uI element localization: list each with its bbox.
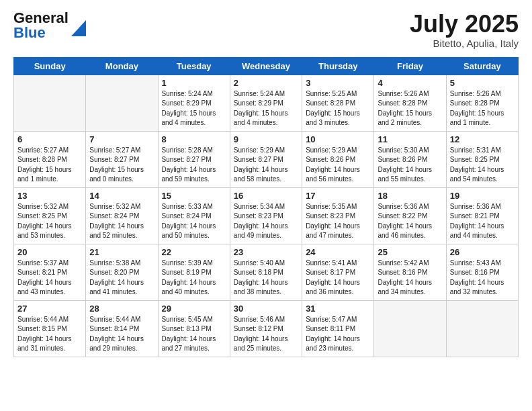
calendar-cell: 6Sunrise: 5:27 AM Sunset: 8:28 PM Daylig…	[14, 131, 86, 187]
day-number: 26	[450, 247, 515, 257]
weekday-header-monday: Monday	[86, 57, 158, 75]
week-row-2: 6Sunrise: 5:27 AM Sunset: 8:28 PM Daylig…	[14, 131, 519, 187]
day-info: Sunrise: 5:46 AM Sunset: 8:12 PM Dayligh…	[234, 315, 298, 354]
calendar-cell: 10Sunrise: 5:29 AM Sunset: 8:26 PM Dayli…	[302, 131, 374, 187]
day-number: 12	[450, 134, 515, 144]
day-info: Sunrise: 5:29 AM Sunset: 8:26 PM Dayligh…	[306, 146, 370, 185]
day-number: 22	[162, 247, 226, 257]
weekday-header-friday: Friday	[374, 57, 446, 75]
day-info: Sunrise: 5:36 AM Sunset: 8:21 PM Dayligh…	[450, 202, 515, 241]
day-number: 21	[89, 247, 154, 257]
calendar-cell: 7Sunrise: 5:27 AM Sunset: 8:27 PM Daylig…	[86, 131, 158, 187]
day-number: 31	[306, 304, 370, 314]
day-info: Sunrise: 5:39 AM Sunset: 8:19 PM Dayligh…	[162, 259, 226, 298]
day-number: 4	[378, 78, 442, 88]
location: Bitetto, Apulia, Italy	[410, 38, 519, 49]
logo-icon	[71, 15, 86, 36]
day-number: 24	[306, 247, 370, 257]
calendar-cell	[14, 75, 86, 131]
day-number: 3	[306, 78, 370, 88]
day-info: Sunrise: 5:24 AM Sunset: 8:29 PM Dayligh…	[162, 89, 226, 128]
day-info: Sunrise: 5:33 AM Sunset: 8:24 PM Dayligh…	[162, 202, 226, 241]
calendar-cell: 26Sunrise: 5:43 AM Sunset: 8:16 PM Dayli…	[446, 244, 518, 300]
day-info: Sunrise: 5:25 AM Sunset: 8:28 PM Dayligh…	[306, 89, 370, 128]
calendar-cell: 16Sunrise: 5:34 AM Sunset: 8:23 PM Dayli…	[230, 187, 302, 244]
calendar-cell: 9Sunrise: 5:29 AM Sunset: 8:27 PM Daylig…	[230, 131, 302, 187]
day-number: 18	[378, 191, 442, 201]
day-number: 1	[162, 78, 226, 88]
calendar-cell: 19Sunrise: 5:36 AM Sunset: 8:21 PM Dayli…	[446, 187, 518, 244]
weekday-header-wednesday: Wednesday	[230, 57, 302, 75]
week-row-3: 13Sunrise: 5:32 AM Sunset: 8:25 PM Dayli…	[14, 187, 519, 244]
day-info: Sunrise: 5:37 AM Sunset: 8:21 PM Dayligh…	[17, 259, 82, 298]
day-number: 15	[162, 191, 226, 201]
calendar-cell: 20Sunrise: 5:37 AM Sunset: 8:21 PM Dayli…	[14, 244, 86, 300]
calendar-cell: 13Sunrise: 5:32 AM Sunset: 8:25 PM Dayli…	[14, 187, 86, 244]
calendar-cell: 4Sunrise: 5:26 AM Sunset: 8:28 PM Daylig…	[374, 75, 446, 131]
calendar-cell: 27Sunrise: 5:44 AM Sunset: 8:15 PM Dayli…	[14, 300, 86, 357]
day-info: Sunrise: 5:36 AM Sunset: 8:22 PM Dayligh…	[378, 202, 442, 241]
day-number: 14	[89, 191, 154, 201]
calendar-cell: 30Sunrise: 5:46 AM Sunset: 8:12 PM Dayli…	[230, 300, 302, 357]
day-info: Sunrise: 5:45 AM Sunset: 8:13 PM Dayligh…	[162, 315, 226, 354]
calendar-cell: 21Sunrise: 5:38 AM Sunset: 8:20 PM Dayli…	[86, 244, 158, 300]
day-info: Sunrise: 5:31 AM Sunset: 8:25 PM Dayligh…	[450, 146, 515, 185]
day-number: 2	[234, 78, 298, 88]
calendar-cell: 8Sunrise: 5:28 AM Sunset: 8:27 PM Daylig…	[158, 131, 230, 187]
calendar-cell: 25Sunrise: 5:42 AM Sunset: 8:16 PM Dayli…	[374, 244, 446, 300]
day-info: Sunrise: 5:41 AM Sunset: 8:17 PM Dayligh…	[306, 259, 370, 298]
day-info: Sunrise: 5:26 AM Sunset: 8:28 PM Dayligh…	[378, 89, 442, 128]
day-info: Sunrise: 5:40 AM Sunset: 8:18 PM Dayligh…	[234, 259, 298, 298]
week-row-1: 1Sunrise: 5:24 AM Sunset: 8:29 PM Daylig…	[14, 75, 519, 131]
day-number: 20	[17, 247, 82, 257]
week-row-4: 20Sunrise: 5:37 AM Sunset: 8:21 PM Dayli…	[14, 244, 519, 300]
day-number: 10	[306, 134, 370, 144]
calendar-cell: 28Sunrise: 5:44 AM Sunset: 8:14 PM Dayli…	[86, 300, 158, 357]
weekday-header-saturday: Saturday	[446, 57, 518, 75]
svg-marker-0	[71, 20, 86, 36]
day-info: Sunrise: 5:27 AM Sunset: 8:27 PM Dayligh…	[89, 146, 154, 185]
day-number: 13	[17, 191, 82, 201]
day-info: Sunrise: 5:27 AM Sunset: 8:28 PM Dayligh…	[17, 146, 82, 185]
weekday-header-row: SundayMondayTuesdayWednesdayThursdayFrid…	[14, 57, 519, 75]
day-info: Sunrise: 5:32 AM Sunset: 8:24 PM Dayligh…	[89, 202, 154, 241]
week-row-5: 27Sunrise: 5:44 AM Sunset: 8:15 PM Dayli…	[14, 300, 519, 357]
calendar-cell: 22Sunrise: 5:39 AM Sunset: 8:19 PM Dayli…	[158, 244, 230, 300]
logo: General Blue	[13, 11, 86, 40]
day-number: 29	[162, 304, 226, 314]
day-number: 16	[234, 191, 298, 201]
calendar-cell: 31Sunrise: 5:47 AM Sunset: 8:11 PM Dayli…	[302, 300, 374, 357]
day-info: Sunrise: 5:47 AM Sunset: 8:11 PM Dayligh…	[306, 315, 370, 354]
day-info: Sunrise: 5:34 AM Sunset: 8:23 PM Dayligh…	[234, 202, 298, 241]
day-info: Sunrise: 5:38 AM Sunset: 8:20 PM Dayligh…	[89, 259, 154, 298]
calendar-cell: 18Sunrise: 5:36 AM Sunset: 8:22 PM Dayli…	[374, 187, 446, 244]
day-number: 17	[306, 191, 370, 201]
calendar: SundayMondayTuesdayWednesdayThursdayFrid…	[13, 57, 519, 357]
day-number: 25	[378, 247, 442, 257]
day-number: 11	[378, 134, 442, 144]
day-number: 19	[450, 191, 515, 201]
day-info: Sunrise: 5:43 AM Sunset: 8:16 PM Dayligh…	[450, 259, 515, 298]
day-info: Sunrise: 5:42 AM Sunset: 8:16 PM Dayligh…	[378, 259, 442, 298]
calendar-cell: 23Sunrise: 5:40 AM Sunset: 8:18 PM Dayli…	[230, 244, 302, 300]
day-info: Sunrise: 5:44 AM Sunset: 8:15 PM Dayligh…	[17, 315, 82, 354]
calendar-cell: 11Sunrise: 5:30 AM Sunset: 8:26 PM Dayli…	[374, 131, 446, 187]
header-right: July 2025 Bitetto, Apulia, Italy	[410, 11, 519, 49]
day-info: Sunrise: 5:24 AM Sunset: 8:29 PM Dayligh…	[234, 89, 298, 128]
calendar-cell: 1Sunrise: 5:24 AM Sunset: 8:29 PM Daylig…	[158, 75, 230, 131]
calendar-cell: 14Sunrise: 5:32 AM Sunset: 8:24 PM Dayli…	[86, 187, 158, 244]
day-number: 9	[234, 134, 298, 144]
weekday-header-sunday: Sunday	[14, 57, 86, 75]
logo-blue-text: Blue	[13, 26, 69, 40]
logo-blue: Blue	[13, 24, 46, 41]
day-number: 27	[17, 304, 82, 314]
header: General Blue July 2025 Bitetto, Apulia, …	[13, 11, 519, 49]
calendar-cell: 5Sunrise: 5:26 AM Sunset: 8:28 PM Daylig…	[446, 75, 518, 131]
calendar-cell: 15Sunrise: 5:33 AM Sunset: 8:24 PM Dayli…	[158, 187, 230, 244]
day-info: Sunrise: 5:32 AM Sunset: 8:25 PM Dayligh…	[17, 202, 82, 241]
day-info: Sunrise: 5:30 AM Sunset: 8:26 PM Dayligh…	[378, 146, 442, 185]
day-info: Sunrise: 5:28 AM Sunset: 8:27 PM Dayligh…	[162, 146, 226, 185]
calendar-cell: 12Sunrise: 5:31 AM Sunset: 8:25 PM Dayli…	[446, 131, 518, 187]
day-number: 23	[234, 247, 298, 257]
day-info: Sunrise: 5:44 AM Sunset: 8:14 PM Dayligh…	[89, 315, 154, 354]
